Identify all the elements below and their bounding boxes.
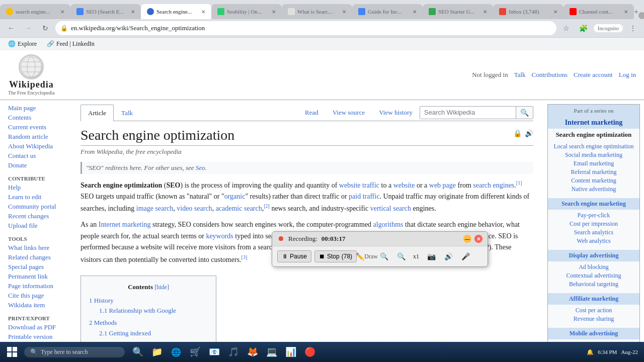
sidebar-item-printable[interactable]: Printable version [8,333,62,341]
back-button[interactable]: ← [4,21,18,35]
start-button[interactable] [2,343,22,361]
internet-marketing-link[interactable]: Internet marketing [99,221,151,228]
recording-stop-button[interactable]: ⏹ Stop (78) [314,250,357,262]
paid-traffic-link[interactable]: paid traffic [349,193,380,200]
sidebar-item-main-page[interactable]: Main page [8,104,62,112]
sidebar-item-about[interactable]: About Wikipedia [8,142,62,150]
wiki-search-button[interactable]: 🔍 [516,107,533,119]
bookmark-star-button[interactable]: ☆ [559,21,574,35]
infobox-content-link[interactable]: Content marketing [552,177,635,185]
taskbar-icon-terminal[interactable]: 💻 [263,343,281,361]
recording-zoom-button[interactable]: 🔍 [377,249,391,263]
infobox-social-media-link[interactable]: Social media marketing [552,151,635,159]
sidebar-item-page-info[interactable]: Page information [8,282,62,290]
image-search-link[interactable]: image search [136,205,173,212]
taskbar-icon-mail[interactable]: 📧 [205,343,223,361]
taskbar-notification-icon[interactable]: 🔔 [587,349,594,355]
taskbar-icon-excel[interactable]: 📊 [282,343,300,361]
log-in-link[interactable]: Log in [619,71,636,79]
tab-5-close[interactable]: ✕ [342,9,346,15]
bookmark-explore[interactable]: 🌐 Explore [4,39,41,49]
sidebar-item-learn[interactable]: Learn to edit [8,193,62,201]
sidebar-item-donate[interactable]: Donate [8,161,62,169]
reload-button[interactable]: ↻ [38,21,52,35]
sidebar-item-community-portal[interactable]: Community portal [8,203,62,211]
create-account-link[interactable]: Create account [574,71,613,79]
tab-5[interactable]: What is Searc... ✕ [282,4,352,19]
tab-8-close[interactable]: ✕ [553,9,557,15]
infobox-ad-blocking-link[interactable]: Ad blocking [552,263,635,271]
forward-button[interactable]: → [21,21,35,35]
sidebar-item-related-changes[interactable]: Related changes [8,253,62,261]
recording-audio-button[interactable]: 🔊 [441,249,455,263]
video-search-link[interactable]: video search [177,205,212,212]
minimize-button[interactable] [638,12,644,19]
hatnote-link[interactable]: Seo [196,164,205,171]
toc-link-1-1[interactable]: 1.1 Relationship with Google [99,307,176,314]
extensions-button[interactable]: 🧩 [577,21,591,35]
infobox-behavioral-link[interactable]: Behavioral targeting [552,281,635,288]
taskbar-icon-store[interactable]: 🛒 [186,343,204,361]
sidebar-item-permanent-link[interactable]: Permanent link [8,273,62,281]
sidebar-item-upload[interactable]: Upload file [8,222,62,230]
website-traffic-link[interactable]: website traffic [339,182,379,189]
tab-2-close[interactable]: ✕ [131,9,135,15]
sidebar-item-special-pages[interactable]: Special pages [8,263,62,271]
menu-button[interactable]: ⋮ [626,21,640,35]
taskbar-icon-firefox[interactable]: 🦊 [244,343,262,361]
tab-talk[interactable]: Talk [114,105,140,121]
sidebar-item-wikidata[interactable]: Wikidata item [8,301,62,309]
taskbar-search-box[interactable]: 🔍 Type here to search [24,347,125,357]
sidebar-item-current-events[interactable]: Current events [8,123,62,131]
tab-3-active[interactable]: Search engine... ✕ [141,4,211,19]
sidebar-item-recent-changes[interactable]: Recent changes [8,212,62,220]
organic-link[interactable]: organic [224,193,246,200]
recording-draw-button[interactable]: ✏️ Draw [360,249,374,263]
tab-view-history[interactable]: View history [372,105,420,121]
recording-close-button[interactable]: ✕ [474,235,482,243]
tab-6-close[interactable]: ✕ [413,9,417,15]
keywords-link[interactable]: keywords [206,232,233,240]
sidebar-item-help[interactable]: Help [8,184,62,192]
search-engines-link[interactable]: search engines [473,182,514,189]
sidebar-item-pdf[interactable]: Download as PDF [8,323,62,331]
infobox-referral-link[interactable]: Referral marketing [552,168,635,176]
website-link[interactable]: website [393,182,415,189]
recording-camera-button[interactable]: 📷 [424,249,438,263]
web-page-link[interactable]: web page [429,182,456,189]
talk-link[interactable]: Talk [514,71,526,79]
tab-3-close[interactable]: ✕ [201,9,205,15]
infobox-revenue-link[interactable]: Revenue sharing [552,315,635,323]
tab-view-source[interactable]: View source [326,105,372,121]
toc-link-2-1[interactable]: 2.1 Getting indexed [99,329,151,337]
toc-link-2[interactable]: 2 Methods [89,319,117,326]
academic-search-link[interactable]: academic search [216,205,262,212]
sidebar-item-random-article[interactable]: Random article [8,133,62,141]
tab-2[interactable]: SEO (Search E... ✕ [70,4,141,19]
taskbar-icon-app[interactable]: 🔴 [301,343,319,361]
toc-hide-button[interactable]: [hide] [154,284,169,291]
tab-9-close[interactable]: ✕ [624,9,628,15]
infobox-native-link[interactable]: Native advertising [552,186,635,193]
contributions-link[interactable]: Contributions [532,71,568,79]
taskbar-icon-search[interactable]: 🔍 [129,343,147,361]
sidebar-item-cite[interactable]: Cite this page [8,292,62,300]
tab-7[interactable]: SEO Starter G... ✕ [423,4,493,19]
infobox-contextual-link[interactable]: Contextual advertising [552,272,635,280]
infobox-cpa-link[interactable]: Cost per action [552,307,635,314]
tab-4[interactable]: Seobility | On... ✕ [211,4,282,19]
infobox-email-link[interactable]: Email marketing [552,160,635,167]
sidebar-item-contents[interactable]: Contents [8,114,62,122]
new-tab-button[interactable]: + [634,5,638,19]
recording-minimize-button[interactable]: — [463,235,471,243]
tab-1-close[interactable]: ✕ [60,9,64,15]
taskbar-icon-edge[interactable]: 🌐 [167,343,185,361]
tab-read[interactable]: Read [298,105,326,121]
infobox-ppc-link[interactable]: Pay-per-click [552,212,635,219]
vertical-search-link[interactable]: vertical search [370,205,411,212]
recording-zoom-out-button[interactable]: 🔍 [394,249,408,263]
infobox-web-analytics-link[interactable]: Web analytics [552,237,635,245]
recording-mic-button[interactable]: 🎤 [458,249,472,263]
infobox-search-analytics-link[interactable]: Search analytics [552,229,635,236]
bookmark-linkedin[interactable]: 🔗 Feed | LinkedIn [43,39,99,49]
